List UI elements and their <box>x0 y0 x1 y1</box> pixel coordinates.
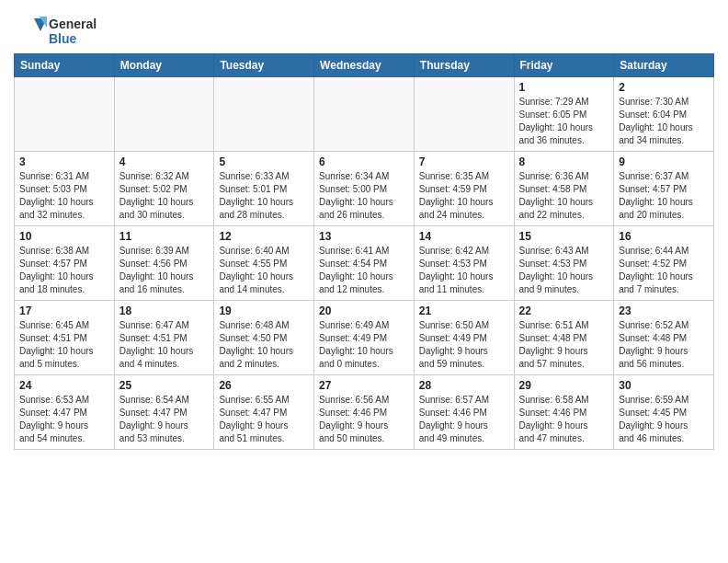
calendar-day-cell <box>314 77 415 152</box>
day-info: Sunrise: 6:47 AM Sunset: 4:51 PM Dayligh… <box>119 319 210 371</box>
day-number: 2 <box>619 81 709 94</box>
day-info: Sunrise: 6:44 AM Sunset: 4:52 PM Dayligh… <box>619 245 709 296</box>
day-number: 3 <box>19 155 109 168</box>
day-number: 22 <box>519 304 609 317</box>
calendar-day-cell: 30Sunrise: 6:59 AM Sunset: 4:45 PM Dayli… <box>614 375 714 450</box>
weekday-header: Thursday <box>414 54 514 77</box>
calendar-day-cell: 14Sunrise: 6:42 AM Sunset: 4:53 PM Dayli… <box>414 226 514 301</box>
day-info: Sunrise: 6:49 AM Sunset: 4:49 PM Dayligh… <box>319 319 409 371</box>
day-info: Sunrise: 6:39 AM Sunset: 4:56 PM Dayligh… <box>119 245 210 296</box>
calendar-day-cell: 9Sunrise: 6:37 AM Sunset: 4:57 PM Daylig… <box>614 152 714 226</box>
day-info: Sunrise: 6:32 AM Sunset: 5:02 PM Dayligh… <box>119 170 210 222</box>
day-info: Sunrise: 6:50 AM Sunset: 4:49 PM Dayligh… <box>419 319 509 371</box>
day-number: 28 <box>419 379 509 392</box>
logo: General Blue <box>14 13 97 48</box>
logo-text: General Blue <box>49 17 97 46</box>
calendar-day-cell: 27Sunrise: 6:56 AM Sunset: 4:46 PM Dayli… <box>314 375 415 450</box>
day-number: 24 <box>19 379 109 392</box>
day-number: 30 <box>619 379 709 392</box>
day-number: 9 <box>619 155 709 168</box>
calendar-day-cell: 24Sunrise: 6:53 AM Sunset: 4:47 PM Dayli… <box>15 375 115 450</box>
day-info: Sunrise: 6:59 AM Sunset: 4:45 PM Dayligh… <box>619 394 709 445</box>
day-info: Sunrise: 6:56 AM Sunset: 4:46 PM Dayligh… <box>319 394 409 445</box>
day-number: 27 <box>319 379 409 392</box>
calendar-day-cell: 26Sunrise: 6:55 AM Sunset: 4:47 PM Dayli… <box>214 375 314 450</box>
day-info: Sunrise: 6:36 AM Sunset: 4:58 PM Dayligh… <box>519 170 609 222</box>
day-number: 19 <box>219 304 309 317</box>
day-number: 6 <box>319 155 409 168</box>
day-info: Sunrise: 6:38 AM Sunset: 4:57 PM Dayligh… <box>19 245 109 296</box>
calendar-day-cell: 19Sunrise: 6:48 AM Sunset: 4:50 PM Dayli… <box>214 301 314 375</box>
day-info: Sunrise: 6:34 AM Sunset: 5:00 PM Dayligh… <box>319 170 409 222</box>
weekday-header: Tuesday <box>214 54 314 77</box>
day-number: 21 <box>419 304 509 317</box>
calendar-day-cell: 7Sunrise: 6:35 AM Sunset: 4:59 PM Daylig… <box>414 152 514 226</box>
calendar-day-cell <box>114 77 214 152</box>
calendar-day-cell: 2Sunrise: 7:30 AM Sunset: 6:04 PM Daylig… <box>614 77 714 152</box>
day-info: Sunrise: 6:31 AM Sunset: 5:03 PM Dayligh… <box>19 170 109 222</box>
day-info: Sunrise: 6:43 AM Sunset: 4:53 PM Dayligh… <box>519 245 609 296</box>
calendar-day-cell: 10Sunrise: 6:38 AM Sunset: 4:57 PM Dayli… <box>15 226 115 301</box>
calendar-day-cell <box>214 77 314 152</box>
calendar-day-cell: 13Sunrise: 6:41 AM Sunset: 4:54 PM Dayli… <box>314 226 415 301</box>
day-number: 8 <box>519 155 609 168</box>
weekday-header: Monday <box>114 54 214 77</box>
day-number: 7 <box>419 155 509 168</box>
day-number: 1 <box>519 81 609 94</box>
day-number: 26 <box>219 379 309 392</box>
calendar-day-cell: 20Sunrise: 6:49 AM Sunset: 4:49 PM Dayli… <box>314 301 415 375</box>
day-number: 5 <box>219 155 309 168</box>
day-number: 13 <box>319 230 409 243</box>
day-number: 20 <box>319 304 409 317</box>
day-info: Sunrise: 6:45 AM Sunset: 4:51 PM Dayligh… <box>19 319 109 371</box>
day-number: 12 <box>219 230 309 243</box>
calendar-day-cell: 3Sunrise: 6:31 AM Sunset: 5:03 PM Daylig… <box>15 152 115 226</box>
calendar-page: General Blue SundayMondayTuesdayWednesda… <box>0 0 728 459</box>
day-info: Sunrise: 6:55 AM Sunset: 4:47 PM Dayligh… <box>219 394 309 445</box>
calendar-day-cell: 25Sunrise: 6:54 AM Sunset: 4:47 PM Dayli… <box>114 375 214 450</box>
weekday-header: Friday <box>514 54 614 77</box>
day-info: Sunrise: 6:35 AM Sunset: 4:59 PM Dayligh… <box>419 170 509 222</box>
calendar-week-row: 1Sunrise: 7:29 AM Sunset: 6:05 PM Daylig… <box>15 77 714 152</box>
day-info: Sunrise: 6:42 AM Sunset: 4:53 PM Dayligh… <box>419 245 509 296</box>
calendar-day-cell: 11Sunrise: 6:39 AM Sunset: 4:56 PM Dayli… <box>114 226 214 301</box>
calendar-day-cell: 28Sunrise: 6:57 AM Sunset: 4:46 PM Dayli… <box>414 375 514 450</box>
calendar-header-row: SundayMondayTuesdayWednesdayThursdayFrid… <box>15 54 714 77</box>
day-info: Sunrise: 6:58 AM Sunset: 4:46 PM Dayligh… <box>519 394 609 445</box>
calendar-day-cell: 5Sunrise: 6:33 AM Sunset: 5:01 PM Daylig… <box>214 152 314 226</box>
calendar-day-cell: 1Sunrise: 7:29 AM Sunset: 6:05 PM Daylig… <box>514 77 614 152</box>
day-info: Sunrise: 6:41 AM Sunset: 4:54 PM Dayligh… <box>319 245 409 296</box>
day-number: 4 <box>119 155 210 168</box>
calendar-day-cell: 12Sunrise: 6:40 AM Sunset: 4:55 PM Dayli… <box>214 226 314 301</box>
day-info: Sunrise: 7:29 AM Sunset: 6:05 PM Dayligh… <box>519 96 609 147</box>
calendar-day-cell <box>15 77 115 152</box>
calendar-week-row: 3Sunrise: 6:31 AM Sunset: 5:03 PM Daylig… <box>15 152 714 226</box>
day-number: 17 <box>19 304 109 317</box>
calendar-day-cell: 4Sunrise: 6:32 AM Sunset: 5:02 PM Daylig… <box>114 152 214 226</box>
logo-container: General Blue <box>14 15 97 48</box>
calendar-week-row: 10Sunrise: 6:38 AM Sunset: 4:57 PM Dayli… <box>15 226 714 301</box>
day-number: 16 <box>619 230 709 243</box>
day-info: Sunrise: 6:51 AM Sunset: 4:48 PM Dayligh… <box>519 319 609 371</box>
day-info: Sunrise: 6:53 AM Sunset: 4:47 PM Dayligh… <box>19 394 109 445</box>
day-number: 15 <box>519 230 609 243</box>
calendar-day-cell <box>414 77 514 152</box>
day-info: Sunrise: 6:54 AM Sunset: 4:47 PM Dayligh… <box>119 394 210 445</box>
calendar-day-cell: 17Sunrise: 6:45 AM Sunset: 4:51 PM Dayli… <box>15 301 115 375</box>
day-number: 23 <box>619 304 709 317</box>
day-number: 18 <box>119 304 210 317</box>
day-number: 14 <box>419 230 509 243</box>
day-info: Sunrise: 6:37 AM Sunset: 4:57 PM Dayligh… <box>619 170 709 222</box>
weekday-header: Sunday <box>15 54 115 77</box>
day-info: Sunrise: 6:57 AM Sunset: 4:46 PM Dayligh… <box>419 394 509 445</box>
day-number: 10 <box>19 230 109 243</box>
calendar-table: SundayMondayTuesdayWednesdayThursdayFrid… <box>14 53 714 450</box>
day-number: 29 <box>519 379 609 392</box>
calendar-week-row: 17Sunrise: 6:45 AM Sunset: 4:51 PM Dayli… <box>15 301 714 375</box>
calendar-week-row: 24Sunrise: 6:53 AM Sunset: 4:47 PM Dayli… <box>15 375 714 450</box>
day-number: 25 <box>119 379 210 392</box>
calendar-day-cell: 22Sunrise: 6:51 AM Sunset: 4:48 PM Dayli… <box>514 301 614 375</box>
day-info: Sunrise: 6:33 AM Sunset: 5:01 PM Dayligh… <box>219 170 309 222</box>
logo-shape <box>14 15 47 48</box>
calendar-day-cell: 15Sunrise: 6:43 AM Sunset: 4:53 PM Dayli… <box>514 226 614 301</box>
